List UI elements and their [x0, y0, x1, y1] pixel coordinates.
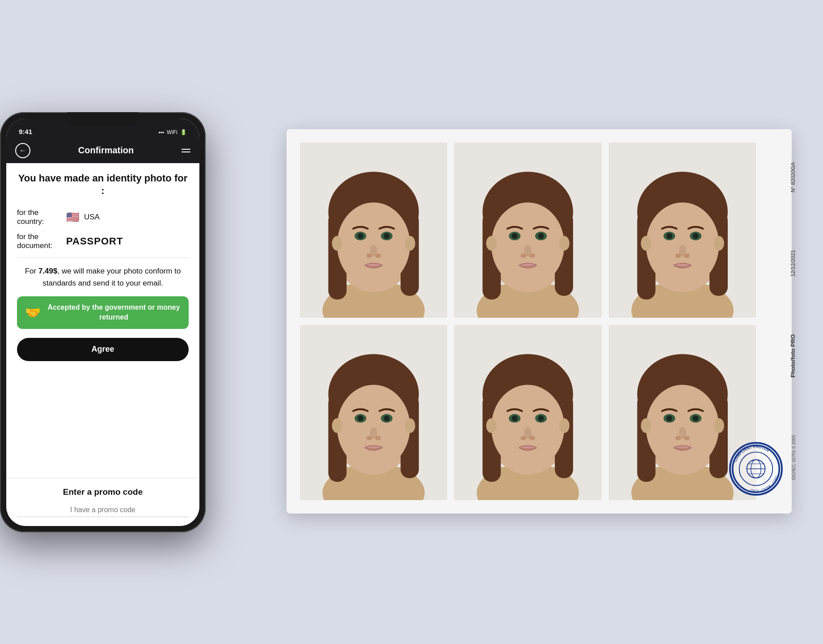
screen-content: You have made an identity photo for : fo… — [6, 163, 199, 526]
svg-point-51 — [684, 253, 690, 258]
phone-frame: 9:41 ▪▪▪ WiFi 🔋 ← Confirmation — [0, 112, 206, 532]
photo-cell-1 — [300, 143, 447, 318]
photo-sheet: N° 82020GA 12/12/2021 Photo/foto PRO ISO… — [287, 129, 792, 514]
svg-point-87 — [529, 436, 535, 440]
document-name: PASSPORT — [66, 236, 123, 247]
photo-cell-5 — [454, 325, 601, 500]
svg-point-104 — [675, 436, 681, 440]
wifi-icon: WiFi — [167, 129, 177, 135]
svg-point-53 — [714, 236, 724, 251]
photo-sheet-wrapper: N° 82020GA 12/12/2021 Photo/foto PRO ISO… — [287, 129, 823, 531]
svg-point-50 — [675, 253, 681, 258]
guarantee-banner: 🤝 Accepted by the government or money re… — [17, 296, 189, 329]
svg-point-107 — [714, 418, 724, 433]
svg-point-83 — [512, 415, 518, 421]
country-name: USA — [84, 213, 100, 222]
svg-point-101 — [666, 415, 672, 421]
svg-point-86 — [521, 436, 527, 440]
svg-point-30 — [538, 233, 544, 239]
svg-point-89 — [559, 418, 570, 433]
flag-icon: 🇺🇸 — [66, 211, 80, 223]
nav-title: Confirmation — [78, 145, 134, 156]
svg-point-14 — [366, 253, 372, 258]
agree-button[interactable]: Agree — [17, 338, 189, 361]
photo-cell-2 — [454, 143, 601, 318]
phone-screen: 9:41 ▪▪▪ WiFi 🔋 ← Confirmation — [6, 118, 199, 526]
svg-point-71 — [405, 418, 415, 433]
svg-point-33 — [529, 253, 535, 258]
guarantee-text: Accepted by the government or money retu… — [47, 303, 181, 323]
svg-text:COMPLIANT PHOTOS: COMPLIANT PHOTOS — [733, 444, 770, 463]
signal-icon: ▪▪▪ — [158, 129, 164, 135]
promo-title: Enter a promo code — [17, 487, 189, 497]
price-suffix: , we will make your photo conform to sta… — [42, 267, 181, 287]
battery-icon: 🔋 — [180, 129, 187, 135]
svg-point-65 — [358, 415, 363, 421]
photo-cell-4 — [300, 325, 447, 500]
photo-cell-3 — [609, 143, 756, 318]
phone-device: 9:41 ▪▪▪ WiFi 🔋 ← Confirmation — [0, 112, 206, 532]
svg-point-12 — [384, 233, 390, 239]
price-amount: 7.49$ — [38, 267, 58, 275]
status-time: 9:41 — [19, 128, 32, 135]
phone-notch — [67, 112, 139, 126]
svg-point-70 — [332, 418, 342, 433]
svg-point-88 — [486, 418, 497, 433]
svg-point-11 — [358, 233, 363, 239]
svg-point-52 — [641, 236, 651, 251]
menu-line-2 — [181, 152, 190, 152]
divider-1 — [17, 257, 189, 258]
svg-point-69 — [375, 436, 381, 440]
svg-point-17 — [405, 236, 415, 251]
document-row: for the document: PASSPORT — [17, 232, 189, 250]
promo-input[interactable] — [17, 503, 189, 517]
country-label: for the country: — [17, 208, 66, 226]
svg-point-32 — [521, 253, 527, 258]
svg-point-15 — [375, 253, 381, 258]
svg-point-68 — [366, 436, 372, 440]
svg-point-102 — [692, 415, 698, 421]
back-icon: ← — [19, 147, 26, 155]
document-value: PASSPORT — [66, 236, 123, 247]
svg-point-47 — [666, 233, 672, 239]
svg-point-66 — [384, 415, 390, 421]
svg-point-84 — [538, 415, 544, 421]
document-label: for the document: — [17, 232, 66, 250]
id-number-text: N° 82020GA — [790, 162, 796, 193]
status-icons: ▪▪▪ WiFi 🔋 — [158, 129, 187, 135]
nav-bar: ← Confirmation — [6, 138, 199, 163]
handshake-icon: 🤝 — [25, 305, 41, 320]
identity-title: You have made an identity photo for : — [17, 172, 189, 198]
photo-label-text: Photo/foto PRO — [789, 334, 796, 378]
content-area: You have made an identity photo for : fo… — [6, 163, 199, 478]
stamp-circle: COMPLIANT PHOTOS OACI · MKAO · ICAO — [729, 442, 783, 496]
svg-point-16 — [332, 236, 342, 251]
promo-section: Enter a promo code — [6, 478, 199, 526]
svg-point-106 — [641, 418, 651, 433]
country-value: 🇺🇸 USA — [66, 211, 100, 223]
svg-point-35 — [559, 236, 570, 251]
svg-point-105 — [684, 436, 690, 440]
svg-point-48 — [692, 233, 698, 239]
country-row: for the country: 🇺🇸 USA — [17, 208, 189, 226]
date-text: 12/12/2021 — [790, 250, 796, 277]
svg-point-34 — [486, 236, 497, 251]
menu-line-1 — [181, 149, 190, 150]
compliance-stamp: COMPLIANT PHOTOS OACI · MKAO · ICAO — [729, 442, 783, 496]
menu-button[interactable] — [181, 149, 190, 152]
price-description: For 7.49$, we will make your photo confo… — [17, 265, 189, 289]
iso-label-text: ISO/IEC 10701-5 2005 — [791, 435, 796, 480]
svg-point-29 — [512, 233, 518, 239]
back-button[interactable]: ← — [15, 143, 30, 158]
